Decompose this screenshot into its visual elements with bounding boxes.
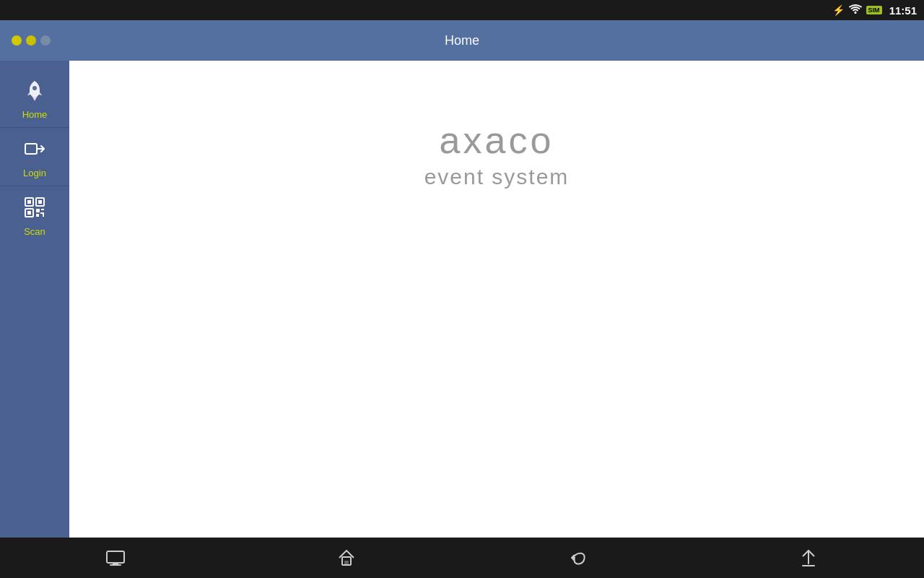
dot-3 <box>40 35 51 46</box>
svg-rect-18 <box>344 561 349 565</box>
dot-2 <box>26 35 36 46</box>
status-bar: ⚡ SIM 11:51 <box>0 0 924 20</box>
svg-rect-4 <box>27 200 31 204</box>
sidebar-item-scan[interactable]: Scan <box>0 186 69 244</box>
sidebar-login-label: Login <box>23 168 46 178</box>
usb-icon: ⚡ <box>832 4 845 16</box>
bottom-bar <box>0 538 924 578</box>
app-container: Home Home <box>0 20 924 578</box>
body-row: Home Login <box>0 61 924 538</box>
up-button[interactable] <box>787 548 830 568</box>
sidebar: Home Login <box>0 61 69 538</box>
recent-button[interactable] <box>94 550 137 566</box>
svg-rect-10 <box>41 209 44 210</box>
status-icons: ⚡ SIM 11:51 <box>832 4 917 17</box>
top-bar-dots <box>12 35 51 46</box>
svg-rect-8 <box>27 211 31 215</box>
home-button[interactable] <box>325 548 368 568</box>
svg-rect-15 <box>110 564 121 566</box>
svg-rect-6 <box>38 200 42 204</box>
clock: 11:51 <box>889 4 917 17</box>
svg-rect-9 <box>36 209 40 212</box>
top-bar: Home <box>0 20 924 61</box>
wifi-icon <box>849 4 862 17</box>
svg-rect-12 <box>40 212 44 214</box>
svg-rect-2 <box>25 144 37 154</box>
svg-point-1 <box>32 86 37 90</box>
sim-icon: SIM <box>866 6 882 14</box>
sidebar-item-login[interactable]: Login <box>0 128 69 186</box>
svg-rect-14 <box>107 551 124 563</box>
sidebar-item-home[interactable]: Home <box>0 69 69 128</box>
svg-point-0 <box>854 12 856 14</box>
sidebar-home-label: Home <box>22 109 48 120</box>
qr-icon <box>24 197 45 223</box>
back-button[interactable] <box>556 548 599 568</box>
brand-sub: event system <box>424 165 570 189</box>
page-title: Home <box>445 33 479 48</box>
dot-1 <box>12 35 22 46</box>
brand-name: axaco <box>440 118 554 162</box>
rocket-icon <box>24 79 45 106</box>
svg-rect-16 <box>113 563 118 564</box>
sidebar-scan-label: Scan <box>24 226 45 237</box>
svg-rect-13 <box>43 214 44 217</box>
login-icon <box>24 138 45 165</box>
svg-rect-11 <box>36 214 39 217</box>
main-content: axaco event system <box>69 61 924 538</box>
